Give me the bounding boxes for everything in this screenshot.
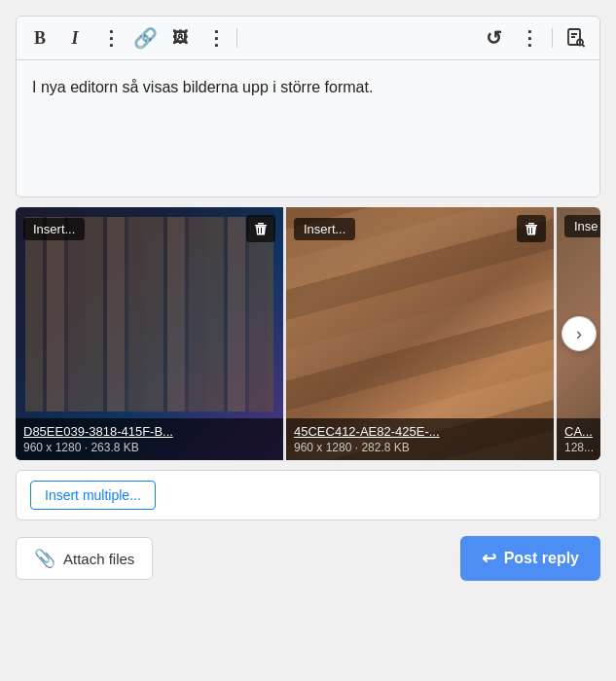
delete-button-1[interactable] [246,215,275,242]
more-options-button-1[interactable]: ⋮ [94,22,126,54]
attach-right-button[interactable] [561,22,592,54]
image-filename-2: 45CEC412-AE82-425E-... [294,424,546,439]
svg-line-4 [582,45,584,47]
image-meta-3: 128... [564,441,600,454]
image-meta-1: 960 x 1280 · 263.8 KB [23,441,275,454]
svg-rect-5 [255,225,267,227]
svg-rect-7 [525,225,537,227]
file-search-icon [565,27,587,49]
svg-rect-8 [528,223,534,225]
insert-multiple-button[interactable]: Insert multiple... [30,481,156,510]
image-filename-3: CA... [564,424,600,439]
image-overlay-top-3: Inse [557,215,600,237]
image-info-3: CA... 128... [557,418,600,460]
image-overlay-top-2: Insert... [286,215,554,242]
italic-icon: I [71,28,78,49]
toolbar-separator-2 [552,28,553,48]
image-info-1: D85EE039-3818-415F-B... 960 x 1280 · 263… [16,418,283,460]
image-card-2: Insert... 45CEC412-AE82-425E-... 960 x 1… [286,207,557,460]
bold-icon: B [34,28,46,49]
post-reply-button[interactable]: ↩ Post reply [460,536,600,581]
image-button[interactable]: 🖼 [164,22,196,54]
image-info-2: 45CEC412-AE82-425E-... 960 x 1280 · 282.… [286,418,554,460]
insert-button-2[interactable]: Insert... [294,218,355,240]
image-filename-1: D85EE039-3818-415F-B... [23,424,275,439]
image-gallery: Insert... D85EE039-3818-415F-B... 960 x … [16,207,600,460]
svg-rect-6 [258,223,264,225]
paperclip-icon: 📎 [34,548,55,569]
link-button[interactable]: 🔗 [129,22,161,54]
editor-container: B I ⋮ 🔗 🖼 ⋮ ↺ ⋮ I [16,16,600,197]
trash-icon-2 [524,221,539,236]
insert-multiple-container: Insert multiple... [16,470,600,520]
toolbar: B I ⋮ 🔗 🖼 ⋮ ↺ ⋮ [17,17,599,60]
undo-button[interactable]: ↺ [478,22,509,54]
toolbar-separator-1 [236,28,237,48]
bold-button[interactable]: B [24,22,55,54]
reply-icon: ↩ [482,548,496,569]
image-meta-2: 960 x 1280 · 282.8 KB [294,441,546,454]
toolbar-right: ↺ ⋮ [478,22,592,54]
image-overlay-top-1: Insert... [16,215,283,242]
more-options-button-2[interactable]: ⋮ [199,22,231,54]
post-reply-label: Post reply [504,550,579,567]
trash-icon-1 [253,221,269,236]
bottom-bar: 📎 Attach files ↩ Post reply [16,530,600,587]
editor-content[interactable]: I nya editorn så visas bilderna upp i st… [17,60,599,197]
attach-files-button[interactable]: 📎 Attach files [16,537,153,580]
italic-button[interactable]: I [59,22,91,54]
more-options-button-3[interactable]: ⋮ [513,22,544,54]
delete-button-2[interactable] [517,215,546,242]
gallery-next-button[interactable]: › [562,316,597,351]
image-card-1: Insert... D85EE039-3818-415F-B... 960 x … [16,207,286,460]
insert-button-1[interactable]: Insert... [23,218,85,240]
attach-files-label: Attach files [63,551,134,567]
editor-text: I nya editorn så visas bilderna upp i st… [32,76,584,99]
insert-button-3[interactable]: Inse [564,215,600,237]
